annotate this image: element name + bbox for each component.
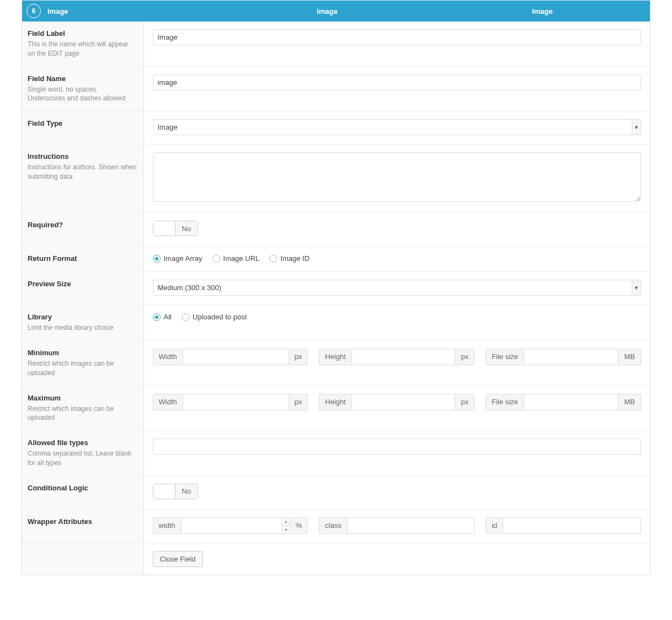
row-required: Required? No [22,213,650,247]
label-conditional-logic: Conditional Logic [28,484,137,492]
addon-wrapper-width: width [153,517,181,534]
label-wrapper-attributes: Wrapper Attributes [28,517,137,526]
row-field-type: Field Type Image ▼ [22,111,650,145]
number-stepper[interactable]: ▲▼ [282,518,290,533]
input-min-width[interactable] [183,349,289,365]
addon-max-height: Height [319,394,351,410]
field-order-badge: 6 [26,4,41,18]
header-name: image [317,7,338,15]
radio-label: Image URL [223,254,260,263]
input-max-filesize[interactable] [524,394,619,410]
radio-library-uploaded[interactable]: Uploaded to post [182,313,247,321]
input-field-name[interactable] [153,74,642,90]
addon-max-filesize: File size [486,394,524,410]
toggle-required[interactable]: No [153,221,199,236]
row-preview-size: Preview Size Medium (300 x 300) ▼ [22,272,650,305]
addon-min-filesize: File size [486,349,524,365]
label-minimum: Minimum [28,349,137,357]
label-allowed-types: Allowed file types [28,439,137,447]
radio-dot-icon [212,255,220,263]
label-field-type: Field Type [28,119,137,127]
label-required: Required? [28,221,137,229]
input-wrapper-width[interactable] [181,517,290,534]
radio-label: All [164,313,172,321]
chevron-up-icon: ▲ [282,518,290,526]
row-library: Library Limit the media library choice A… [22,305,650,341]
radio-return-image-id[interactable]: Image ID [269,254,310,263]
toggle-required-text: No [175,221,198,236]
help-minimum: Restrict which images can be uploaded [28,359,137,378]
label-field-label: Field Label [28,29,137,38]
field-settings-panel: 6 Image image Image Field Label This is … [22,0,650,575]
help-field-name: Single word, no spaces. Underscores and … [28,85,137,104]
input-allowed-types[interactable] [153,439,642,455]
row-conditional-logic: Conditional Logic No [22,475,650,509]
label-instructions: Instructions [28,152,137,161]
help-field-label: This is the name which will appear on th… [28,40,137,58]
input-wrapper-id[interactable] [503,517,641,534]
help-allowed-types: Comma separated list. Leave blank for al… [28,449,137,468]
row-field-label: Field Label This is the name which will … [22,22,650,66]
label-preview-size: Preview Size [28,280,137,288]
addon-min-height: Height [319,349,351,365]
radio-label: Image Array [164,254,202,263]
label-field-name: Field Name [28,74,137,83]
row-maximum: Maximum Restrict which images can be upl… [22,386,650,431]
suffix-wrapper-width: % [290,517,308,534]
radio-dot-icon [269,255,277,263]
label-library: Library [28,313,137,321]
addon-wrapper-id: id [486,517,503,534]
input-max-height[interactable] [351,394,456,410]
row-close: Close Field [22,543,650,575]
addon-wrapper-class: class [319,517,347,534]
toggle-conditional-text: No [175,484,198,499]
row-minimum: Minimum Restrict which images can be upl… [22,340,650,386]
chevron-down-icon: ▼ [282,526,290,533]
help-maximum: Restrict which images can be uploaded [28,404,137,423]
label-maximum: Maximum [28,394,137,402]
radio-dot-icon [153,313,161,321]
row-field-name: Field Name Single word, no spaces. Under… [22,66,650,111]
help-instructions: Instructions for authors. Shown when sub… [28,163,137,181]
radio-library-all[interactable]: All [153,313,172,321]
input-field-label[interactable] [153,29,642,45]
radio-return-image-url[interactable]: Image URL [212,254,260,263]
select-preview-size[interactable]: Medium (300 x 300) [153,280,642,296]
addon-max-width: Width [153,394,183,410]
suffix-max-filesize: MB [618,394,641,410]
select-field-type[interactable]: Image [153,119,642,135]
input-min-height[interactable] [351,349,456,365]
radio-dot-icon [182,313,189,321]
row-allowed-types: Allowed file types Comma separated list.… [22,431,650,476]
toggle-knob [153,221,175,236]
radio-label: Image ID [280,254,310,263]
suffix-max-width: px [289,394,308,410]
radio-return-image-array[interactable]: Image Array [153,254,202,263]
label-return-format: Return Format [28,254,137,263]
close-field-button[interactable]: Close Field [153,551,203,567]
header-label: Image [47,7,68,15]
help-library: Limit the media library choice [28,323,137,333]
field-header[interactable]: 6 Image image Image [22,1,650,22]
addon-min-width: Width [153,349,183,365]
radio-label: Uploaded to post [193,313,247,321]
row-wrapper-attributes: Wrapper Attributes width ▲▼ % class [22,509,650,543]
input-wrapper-class[interactable] [347,517,474,534]
input-max-width[interactable] [183,394,289,410]
header-type: Image [532,7,553,15]
input-min-filesize[interactable] [524,349,619,365]
row-instructions: Instructions Instructions for authors. S… [22,145,650,213]
radio-dot-icon [153,255,161,263]
suffix-min-filesize: MB [618,349,641,365]
toggle-knob [153,484,175,499]
textarea-instructions[interactable] [153,152,642,202]
row-return-format: Return Format Image Array Image URL Imag… [22,247,650,272]
suffix-min-height: px [455,349,474,365]
suffix-min-width: px [289,349,308,365]
suffix-max-height: px [455,394,474,410]
toggle-conditional-logic[interactable]: No [153,484,199,499]
